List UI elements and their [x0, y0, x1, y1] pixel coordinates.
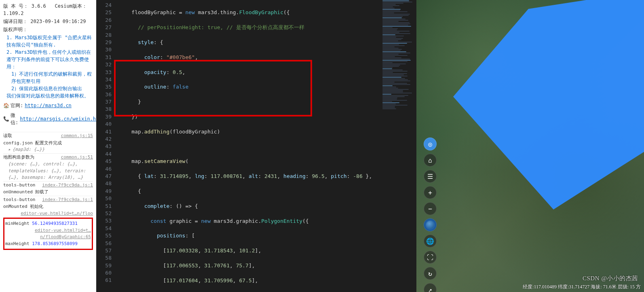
console-msg: config.json 配置文件完成: [3, 140, 93, 147]
console-msg: tools-button: [3, 182, 35, 189]
zoom-out-button[interactable]: −: [424, 202, 437, 215]
copyright-line-2a: 1）不进行任何形式的破解和裁剪，程序包完整引用: [11, 70, 93, 85]
max-height-value: 178.8536897558099: [32, 241, 78, 246]
pointer-button[interactable]: ↗: [424, 283, 437, 292]
copyright-line-3: 我们保留对此版权信息的最终解释权。: [6, 92, 93, 99]
watermark-text: CSDN @小小的杰茜: [583, 275, 638, 282]
basemap-button[interactable]: [424, 218, 437, 231]
map-toolbar: ◎ ⌂ ☰ + − 🌐 ⛶ ↻ ↗: [424, 138, 437, 292]
console-msg: onMounted 初始化: [3, 203, 93, 210]
console-section: 读取 common.js:15 config.json 配置文件完成 ▸{map…: [3, 132, 93, 250]
cesium-version: 1.109.2: [3, 11, 24, 16]
zoom-in-button[interactable]: +: [424, 186, 437, 199]
highlighted-console-block: minHeight 56.12494935827331 editor-vue.h…: [3, 218, 93, 250]
left-info-panel: 版 本 号： 3.6.6 Cesium版本： 1.109.2 编译日期： 202…: [0, 0, 96, 292]
code-editor[interactable]: 2425262728293031323334353637383940414243…: [96, 0, 416, 292]
console-msg: 读取: [3, 133, 12, 140]
console-source-link[interactable]: common.js:15: [61, 133, 93, 140]
copyright-label: 版权声明：: [3, 26, 93, 33]
globe-button[interactable]: 🌐: [424, 235, 437, 248]
console-object[interactable]: {scene: {…}, control: {…}, templateValue…: [3, 161, 93, 181]
console-source-link[interactable]: editor-vue.html?id=t…n/floodByGraphic:65: [5, 227, 91, 241]
copyright-line-2b: 2）保留此版权信息在控制台输出: [11, 85, 93, 92]
expand-arrow-icon[interactable]: ▸: [8, 147, 11, 152]
version-value: 3.6.6: [32, 3, 46, 9]
wx-label: 微信:: [11, 112, 18, 126]
console-source-link[interactable]: index-7f9cc9da.js:1: [42, 182, 93, 189]
site-label: 官网:: [11, 102, 23, 109]
console-source-link[interactable]: editor-vue.html?id=t…n/floo: [3, 210, 93, 217]
console-source-link[interactable]: common.js:51: [61, 154, 93, 161]
fullscreen-button[interactable]: ⛶: [424, 251, 437, 264]
console-msg: 地图构造参数为: [3, 154, 34, 161]
minimap[interactable]: [380, 0, 416, 292]
cesium-label: Cesium版本：: [55, 3, 87, 9]
version-label: 版 本 号：: [3, 3, 28, 9]
phone-icon: 📞: [3, 115, 9, 123]
home-button[interactable]: ⌂: [424, 154, 437, 167]
console-source-link[interactable]: index-7f9cc9da.js:1: [42, 197, 93, 203]
home-icon: 🏠: [3, 102, 9, 109]
compile-date: 2023-09-14 09:16:29: [30, 19, 86, 24]
code-content[interactable]: floodByGraphic = new mars3d.thing.FloodB…: [116, 0, 416, 292]
max-height-key: maxHeight: [5, 241, 30, 246]
layers-button[interactable]: ☰: [424, 170, 437, 183]
map-status-bar: 经度:117.010489 纬度:31.714727 海拔: 71.6米 层级:…: [523, 284, 641, 290]
compile-label: 编译日期：: [3, 19, 27, 24]
map-viewport[interactable]: ◎ ⌂ ☰ + − 🌐 ⛶ ↻ ↗ CSDN @小小的杰茜 经度:117.010…: [416, 0, 644, 292]
console-msg: onUnmounted 卸载了: [3, 189, 93, 196]
console-msg: tools-button: [3, 197, 35, 203]
rotate-button[interactable]: ↻: [424, 267, 437, 280]
locate-button[interactable]: ◎: [424, 138, 437, 150]
copyright-line-2: 2. Mars3D软件包，任何个人或组织在遵守下列条件的前提下可以永久免费使用：: [6, 49, 93, 70]
polygon-overlay: [441, 0, 644, 235]
console-object[interactable]: {map3d: {…}}: [13, 147, 44, 152]
min-height-value: 56.12494935827331: [32, 221, 78, 226]
line-number-gutter: 2425262728293031323334353637383940414243…: [96, 0, 116, 292]
site-link[interactable]: http://mars3d.cn: [25, 102, 72, 109]
min-height-key: minHeight: [5, 221, 30, 226]
copyright-line-1: 1. Mars3D版权完全属于 "合肥火星科技有限公司"独自所有.: [6, 34, 93, 49]
wx-link[interactable]: http://marsgis.cn/weixin.html: [20, 115, 96, 123]
